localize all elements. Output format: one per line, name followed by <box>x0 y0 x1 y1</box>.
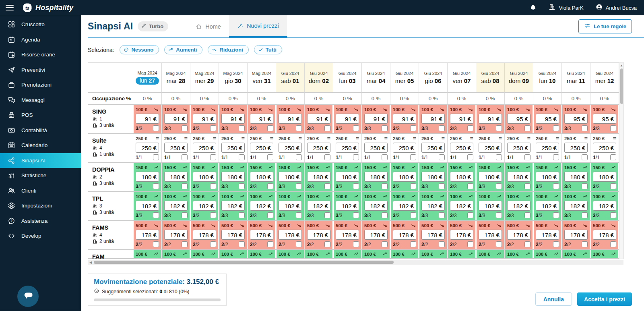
select-checkbox[interactable] <box>296 125 302 131</box>
select-checkbox[interactable] <box>296 212 302 218</box>
select-checkbox[interactable] <box>353 125 359 131</box>
select-checkbox[interactable] <box>610 183 616 189</box>
select-checkbox[interactable] <box>467 183 473 189</box>
price-input[interactable]: 91 € <box>221 114 245 124</box>
price-input[interactable] <box>250 258 273 258</box>
price-input[interactable]: 91 € <box>336 114 359 124</box>
price-input[interactable]: 182 € <box>307 201 330 211</box>
price-input[interactable]: 180 € <box>307 172 330 182</box>
price-input[interactable]: 250 € <box>336 143 359 153</box>
select-checkbox[interactable] <box>296 154 302 160</box>
price-input[interactable]: 178 € <box>564 230 588 240</box>
select-checkbox[interactable] <box>524 154 530 160</box>
chat-fab-button[interactable] <box>17 286 39 307</box>
price-input[interactable] <box>507 258 530 258</box>
select-checkbox[interactable] <box>267 241 273 247</box>
price-input[interactable]: 182 € <box>221 201 245 211</box>
price-input[interactable]: 180 € <box>393 172 416 182</box>
select-checkbox[interactable] <box>153 154 159 160</box>
select-checkbox[interactable] <box>182 212 188 218</box>
user-menu[interactable]: Andrei Bucsa <box>596 4 637 12</box>
select-checkbox[interactable] <box>382 241 388 247</box>
price-input[interactable]: 178 € <box>307 230 330 240</box>
select-checkbox[interactable] <box>382 183 388 189</box>
price-input[interactable]: 95 € <box>564 114 588 124</box>
cancel-button[interactable]: Annulla <box>535 292 572 306</box>
select-checkbox[interactable] <box>496 241 502 247</box>
price-input[interactable]: 182 € <box>421 201 445 211</box>
select-checkbox[interactable] <box>324 183 330 189</box>
price-input[interactable]: 250 € <box>393 143 416 153</box>
sidebar-item-calendario[interactable]: Calendario <box>0 138 81 153</box>
select-checkbox[interactable] <box>239 154 245 160</box>
select-checkbox[interactable] <box>239 241 245 247</box>
select-checkbox[interactable] <box>296 183 302 189</box>
price-input[interactable]: 180 € <box>336 172 359 182</box>
sidebar-item-prenotazioni[interactable]: Prenotazioni <box>0 77 81 93</box>
price-input[interactable]: 250 € <box>364 143 388 153</box>
select-checkbox[interactable] <box>582 154 588 160</box>
select-checkbox[interactable] <box>182 241 188 247</box>
price-input[interactable]: 180 € <box>536 172 559 182</box>
price-input[interactable] <box>450 258 473 258</box>
select-checkbox[interactable] <box>610 125 616 131</box>
select-checkbox[interactable] <box>439 154 445 160</box>
property-selector[interactable]: Viola ParK <box>549 4 583 12</box>
price-input[interactable] <box>479 258 502 258</box>
price-input[interactable]: 178 € <box>450 230 473 240</box>
select-checkbox[interactable] <box>153 183 159 189</box>
notifications-bell-icon[interactable] <box>530 4 537 11</box>
select-checkbox[interactable] <box>439 183 445 189</box>
price-input[interactable]: 180 € <box>421 172 445 182</box>
price-input[interactable]: 91 € <box>250 114 273 124</box>
select-checkbox[interactable] <box>496 154 502 160</box>
price-input[interactable]: 182 € <box>593 201 616 211</box>
sidebar-item-cruscotto[interactable]: Cruscotto <box>0 17 81 32</box>
horizontal-scrollbar-thumb[interactable] <box>94 261 394 264</box>
select-checkbox[interactable] <box>410 212 416 218</box>
select-checkbox[interactable] <box>382 154 388 160</box>
price-input[interactable]: 178 € <box>221 230 245 240</box>
sidebar-item-develop[interactable]: Develop <box>0 228 81 244</box>
select-checkbox[interactable] <box>182 183 188 189</box>
price-input[interactable]: 182 € <box>136 201 159 211</box>
price-input[interactable] <box>421 258 445 258</box>
price-input[interactable] <box>193 258 216 258</box>
select-checkbox[interactable] <box>467 241 473 247</box>
price-input[interactable]: 95 € <box>536 114 559 124</box>
select-checkbox[interactable] <box>410 183 416 189</box>
price-input[interactable]: 91 € <box>136 114 159 124</box>
vertical-scrollbar-thumb[interactable] <box>620 68 623 104</box>
price-input[interactable]: 182 € <box>193 201 216 211</box>
price-input[interactable]: 91 € <box>364 114 388 124</box>
select-checkbox[interactable] <box>610 241 616 247</box>
price-input[interactable]: 178 € <box>364 230 388 240</box>
select-checkbox[interactable] <box>467 154 473 160</box>
select-checkbox[interactable] <box>582 241 588 247</box>
price-input[interactable]: 178 € <box>393 230 416 240</box>
select-checkbox[interactable] <box>324 212 330 218</box>
filter-chip-riduzioni[interactable]: Riduzioni <box>208 45 249 54</box>
hamburger-menu-icon[interactable] <box>6 5 14 10</box>
select-checkbox[interactable] <box>382 125 388 131</box>
sidebar-item-sinapsi-ai[interactable]: Sinapsi AI <box>0 153 81 168</box>
sidebar-item-preventivi[interactable]: Preventivi <box>0 62 81 78</box>
select-checkbox[interactable] <box>353 241 359 247</box>
select-checkbox[interactable] <box>353 212 359 218</box>
select-checkbox[interactable] <box>582 183 588 189</box>
sidebar-item-agenda[interactable]: Agenda <box>0 32 81 48</box>
price-input[interactable] <box>393 258 416 258</box>
price-input[interactable]: 180 € <box>593 172 616 182</box>
price-input[interactable]: 182 € <box>479 201 502 211</box>
select-checkbox[interactable] <box>210 183 216 189</box>
price-input[interactable]: 180 € <box>193 172 216 182</box>
price-input[interactable] <box>364 258 388 258</box>
select-checkbox[interactable] <box>410 125 416 131</box>
select-checkbox[interactable] <box>267 183 273 189</box>
price-input[interactable]: 180 € <box>250 172 273 182</box>
select-checkbox[interactable] <box>439 125 445 131</box>
price-input[interactable]: 182 € <box>507 201 530 211</box>
select-checkbox[interactable] <box>439 241 445 247</box>
price-input[interactable]: 182 € <box>364 201 388 211</box>
price-input[interactable]: 182 € <box>336 201 359 211</box>
